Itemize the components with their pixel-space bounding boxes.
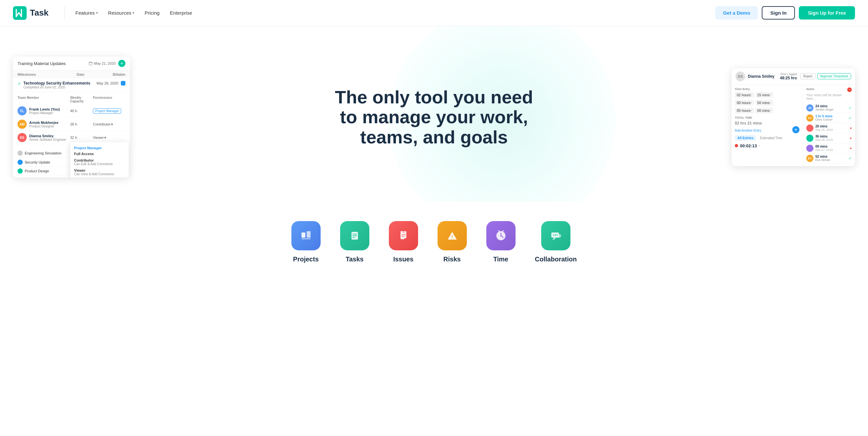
nav-actions: Get a Demo Sign In Sign Up for Free <box>715 6 855 20</box>
features-section: Projects Tasks Issues <box>0 202 868 276</box>
dropdown-viewer[interactable]: Viewer Can View & Add Comments <box>70 167 129 177</box>
nav-pricing[interactable]: Pricing <box>141 7 163 18</box>
milestone-check-icon: ✓ <box>18 81 22 86</box>
svg-rect-0 <box>13 6 27 20</box>
entry-delete-icon[interactable]: ● <box>850 146 852 150</box>
member-avatar: DS <box>18 133 27 142</box>
mins-input[interactable]: 50 mins ▾ <box>755 100 773 106</box>
log-entry-item: 36 mins Sep 26, 2019 ● <box>806 133 852 143</box>
dropdown-full-access[interactable]: Full Access <box>70 150 129 157</box>
signin-button[interactable]: Sign In <box>762 6 795 20</box>
mins-input[interactable]: 15 mins ▾ <box>755 92 773 98</box>
hours-input[interactable]: 02 hours ▾ <box>735 92 754 98</box>
hours-input[interactable]: 05 hours ▾ <box>735 108 754 114</box>
risks-icon: ! <box>438 221 467 250</box>
perm-badge: Project Manager <box>93 108 121 114</box>
reject-button[interactable]: Reject <box>800 73 815 79</box>
time-entry-row: 02 hours ▾ 15 mins ▾ <box>735 92 800 98</box>
log-entry-item: CC 1 hr 5 mins Chris Conner ✓ <box>806 113 852 123</box>
risks-svg-icon: ! <box>445 229 459 243</box>
milestone-dot-icon <box>18 159 23 165</box>
nav-resources[interactable]: Resources ▾ <box>104 7 138 18</box>
add-entry-button[interactable]: + <box>792 126 800 133</box>
timesheet-body: Time Entry 02 hours ▾ 15 mins ▾ <box>732 85 855 166</box>
issues-label: Issues <box>393 256 413 263</box>
hero-right-widget: DS Dianna Smiley Time Logged 48:25 hrs R… <box>732 68 855 166</box>
perm-chevron-icon: ▾ <box>111 122 113 126</box>
hours-input[interactable]: 00 hours ▾ <box>735 100 754 106</box>
milestone-date: May 28, 2020 <box>96 81 118 85</box>
mins-input[interactable]: 00 mins ▾ <box>755 108 773 114</box>
svg-rect-7 <box>302 238 311 239</box>
log-entry-item: 20 mins Sep 25, 2019 ● <box>806 123 852 133</box>
issues-icon <box>389 221 418 250</box>
add-entry-row: Add Another Entry + <box>735 126 800 133</box>
svg-rect-26 <box>558 234 561 237</box>
timesheet-actions: Reject Approve Timesheet <box>800 73 851 79</box>
notes-placeholder: Your notes will be shown here... <box>806 93 852 100</box>
hours-down-arrow-icon: ▾ <box>751 101 752 104</box>
notes-delete-button[interactable]: × <box>847 87 852 92</box>
feature-risks: ! Risks <box>438 221 467 263</box>
team-section: Team Member Weekly Capacity Permissions … <box>13 92 130 147</box>
milestone-dot-icon <box>18 168 23 174</box>
entry-avatar: CC <box>806 114 813 122</box>
timesheet-header: DS Dianna Smiley Time Logged 48:25 hrs R… <box>732 68 855 85</box>
projects-icon <box>291 221 321 250</box>
brand-name: Task <box>30 8 49 18</box>
milestone-billable-checkbox[interactable] <box>121 81 125 86</box>
approve-button[interactable]: Approve Timesheet <box>817 73 851 79</box>
task-date: May 21, 2020 <box>89 61 116 65</box>
get-demo-button[interactable]: Get a Demo <box>715 6 758 20</box>
hero-left-widget: Training Material Updates May 21, 2020 +… <box>13 57 136 177</box>
hours-down-arrow-icon: ▾ <box>751 93 752 96</box>
entry-delete-icon[interactable]: ● <box>850 136 852 140</box>
svg-point-19 <box>500 235 502 236</box>
entry-avatar <box>806 145 813 152</box>
add-milestone-button[interactable]: + <box>118 60 125 67</box>
features-chevron-icon: ▾ <box>96 11 98 14</box>
member-perm: Contributor ▾ <box>93 122 125 126</box>
milestone-sub: Completed on June 02, 2020 <box>23 86 90 89</box>
perm-select[interactable]: Contributor ▾ <box>93 122 125 126</box>
svg-point-23 <box>553 234 555 236</box>
tab-all-entries[interactable]: All Entries <box>735 135 756 141</box>
mins-down-arrow-icon: ▾ <box>770 93 771 96</box>
add-entry-link[interactable]: Add Another Entry <box>735 129 761 132</box>
svg-rect-6 <box>307 231 311 238</box>
entry-avatar: EA <box>806 155 813 162</box>
timer-dot-icon <box>735 144 738 147</box>
log-entry-item: 09 mins Sep 27, 2019 ● <box>806 143 852 153</box>
timer-display: 00:02:13 ▾ <box>735 143 800 148</box>
collaboration-icon <box>541 221 570 250</box>
entry-avatar <box>806 124 813 132</box>
team-member-row: DS Dianna Smiley Senior Software Enginee… <box>13 131 130 144</box>
time-entries-panel: Time Entry 02 hours ▾ 15 mins ▾ <box>732 85 803 166</box>
nav-divider <box>65 6 65 20</box>
nav-enterprise[interactable]: Enterprise <box>166 7 196 18</box>
log-entries-list: JS 24 mins Jordan Singer ✓ CC 1 hr 5 min <box>806 103 852 164</box>
time-entry-row: 05 hours ▾ 00 mins ▾ <box>735 108 800 114</box>
logo[interactable]: Task <box>13 6 49 20</box>
svg-rect-5 <box>302 232 305 238</box>
signup-button[interactable]: Sign Up for Free <box>799 6 855 20</box>
nav-features[interactable]: Features ▾ <box>71 7 101 18</box>
entry-delete-icon[interactable]: ● <box>850 126 852 130</box>
timer-chevron-icon: ▾ <box>759 144 760 147</box>
dropdown-contributor[interactable]: Contributor Can Edit & Add Comments <box>70 157 129 167</box>
risks-label: Risks <box>443 256 461 263</box>
card-header: Training Material Updates May 21, 2020 + <box>13 57 130 70</box>
feature-issues: Issues <box>389 221 418 263</box>
feature-time: Time <box>486 221 516 263</box>
mins-down-arrow-icon: ▾ <box>770 101 771 104</box>
tab-estimated-time[interactable]: Estimated Time <box>757 135 785 141</box>
timesheet-card: DS Dianna Smiley Time Logged 48:25 hrs R… <box>732 68 855 166</box>
projects-svg-icon <box>299 229 313 243</box>
milestone-name: Technology Security Enhancements <box>23 81 90 86</box>
perm-select-viewer[interactable]: Viewer ▾ <box>93 136 125 140</box>
team-header: Team Member Weekly Capacity Permissions <box>13 95 130 105</box>
collaboration-label: Collaboration <box>535 256 577 263</box>
feature-tasks: Tasks <box>340 221 369 263</box>
feature-collaboration: Collaboration <box>535 221 577 263</box>
mins-down-arrow-icon: ▾ <box>770 109 771 112</box>
